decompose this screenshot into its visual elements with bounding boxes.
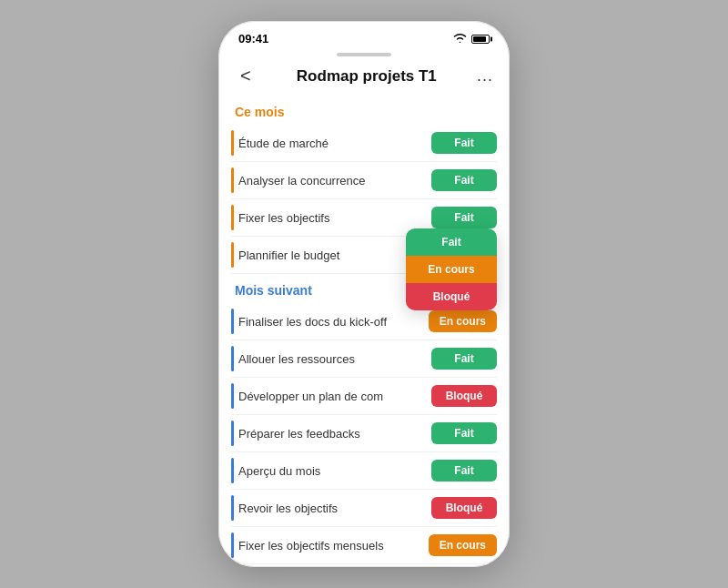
task-row: Fixer les objectifs mensuels En cours <box>231 527 497 564</box>
status-badge[interactable]: Bloqué <box>431 497 497 519</box>
task-label: Préparer les feedbacks <box>238 427 431 441</box>
task-row: Développer un plan de com Bloqué <box>231 378 497 415</box>
task-row: Allouer les ressources Fait <box>231 340 497 378</box>
dropdown-item-fait[interactable]: Fait <box>406 228 497 256</box>
status-bar: 09:41 <box>218 21 510 51</box>
task-label: Finaliser les docs du kick-off <box>238 315 429 329</box>
section-label-ce-mois: Ce mois <box>235 105 497 119</box>
task-label: Développer un plan de com <box>238 390 431 403</box>
more-button[interactable]: ... <box>477 66 493 86</box>
task-label: Revoir les objectifs <box>238 502 431 515</box>
status-badge[interactable]: Fait <box>431 207 497 228</box>
task-label: Allouer les ressources <box>238 352 431 366</box>
wifi-icon <box>453 33 467 46</box>
task-label: Fixer les objectifs <box>238 211 431 225</box>
page-title: Rodmap projets T1 <box>297 67 437 86</box>
back-button[interactable]: < <box>235 64 257 88</box>
task-label: Plannifier le budget <box>238 248 429 262</box>
dropdown-item-en-cours[interactable]: En cours <box>406 256 497 283</box>
status-badge[interactable]: Fait <box>431 348 497 370</box>
status-badge[interactable]: Fait <box>431 169 497 191</box>
task-row: Étude de marché Fait <box>231 125 497 162</box>
status-badge[interactable]: Bloqué <box>431 385 497 407</box>
status-badge[interactable]: Fait <box>431 422 497 444</box>
task-label: Fixer les objectifs mensuels <box>238 539 429 553</box>
task-row: Analyser la concurrence Fait <box>231 162 497 199</box>
dropdown-item-bloque[interactable]: Bloqué <box>406 283 497 310</box>
task-row: Revoir les objectifs Bloqué <box>231 490 497 527</box>
battery-icon <box>471 35 490 44</box>
status-badge[interactable]: En cours <box>429 310 497 332</box>
status-badge[interactable]: Fait <box>431 132 497 154</box>
status-badge[interactable]: En cours <box>429 534 497 556</box>
content-area: Ce mois Étude de marché Fait Analyser la… <box>218 96 510 567</box>
task-row: Préparer les feedbacks Fait <box>231 415 497 452</box>
status-badge[interactable]: Fait <box>431 460 497 482</box>
task-label: Analyser la concurrence <box>238 174 431 188</box>
task-label: Aperçu du mois <box>238 464 431 478</box>
task-row: Aperçu du mois Fait <box>231 452 497 490</box>
notch-pill <box>337 53 391 56</box>
notch-bar <box>218 51 510 60</box>
status-dropdown[interactable]: Fait En cours Bloqué <box>406 228 497 310</box>
status-time: 09:41 <box>238 32 268 46</box>
status-icons <box>453 33 490 46</box>
app-header: < Rodmap projets T1 ... <box>218 60 510 96</box>
phone-shell: 09:41 < Rodmap projets T1 ... Ce mois <box>218 21 510 567</box>
task-label: Étude de marché <box>238 137 431 150</box>
